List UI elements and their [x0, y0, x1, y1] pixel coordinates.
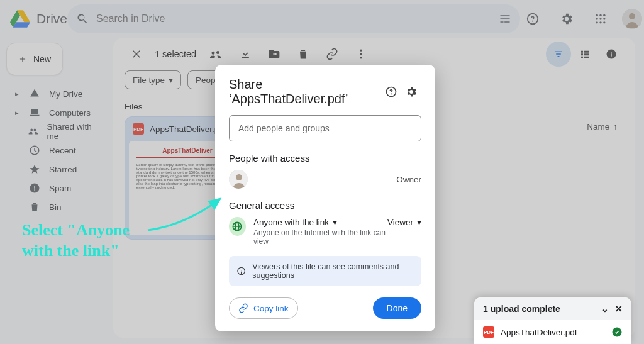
settings-icon[interactable] [554, 6, 579, 31]
more-icon[interactable] [348, 42, 374, 67]
sidebar-item-label: Bin [49, 203, 62, 212]
new-button[interactable]: New [6, 43, 63, 75]
svg-point-10 [629, 13, 635, 19]
copy-link-button[interactable]: Copy link [229, 297, 298, 319]
sidebar-item-my-drive[interactable]: ▸My Drive [6, 84, 107, 103]
header-actions [520, 6, 642, 31]
people-access-heading: People with access [229, 153, 421, 164]
role-dropdown[interactable]: Viewer▾ [387, 217, 421, 227]
search-input[interactable] [96, 13, 499, 25]
chevron-down-icon: ▾ [417, 217, 421, 227]
toast-file-row[interactable]: PDF AppsThatDeliver.pdf [474, 320, 631, 344]
filter-icon[interactable] [546, 42, 571, 67]
sidebar: New ▸My Drive ▸Computers Shared with me … [0, 38, 113, 221]
svg-point-11 [360, 50, 362, 52]
drive-logo-icon [10, 10, 30, 28]
search-icon [76, 13, 89, 25]
svg-point-3 [596, 18, 598, 19]
people-icon [28, 126, 38, 137]
banner-text: Viewers of this file can see comments an… [252, 262, 414, 280]
account-avatar[interactable] [622, 9, 642, 29]
clear-selection-icon[interactable] [125, 42, 150, 67]
placeholder-text: Add people and groups [238, 123, 330, 133]
pdf-icon: PDF [133, 123, 144, 135]
annotation-text: Select "Anyone with the link" [22, 220, 130, 261]
app-header: Drive [0, 0, 644, 38]
owner-row: Owner [229, 170, 421, 189]
copy-link-label: Copy link [253, 304, 289, 313]
sort-by-name[interactable]: Name↑ [587, 122, 618, 131]
move-icon[interactable] [262, 42, 287, 67]
done-label: Done [387, 303, 408, 313]
sidebar-item-label: Computers [49, 108, 91, 118]
drive-folder-icon [29, 88, 40, 99]
toast-collapse-icon[interactable]: ⌄ [601, 304, 609, 314]
share-icon[interactable] [204, 42, 229, 67]
toast-title: 1 upload complete [483, 304, 560, 314]
annotation-line: with the link" [22, 241, 130, 262]
done-button[interactable]: Done [373, 297, 421, 319]
share-dialog: Share ‘AppsThatDeliver.pdf’ Add people a… [215, 65, 435, 331]
link-icon [238, 303, 248, 313]
toast-close-icon[interactable]: ✕ [615, 304, 623, 314]
info-banner: Viewers of this file can see comments an… [229, 256, 421, 286]
svg-point-13 [360, 57, 362, 58]
search-options-icon[interactable] [499, 13, 511, 25]
sidebar-item-computers[interactable]: ▸Computers [6, 103, 107, 122]
svg-point-15 [236, 174, 242, 180]
svg-point-6 [596, 21, 598, 23]
svg-point-5 [603, 18, 605, 19]
app-name: Drive [36, 11, 67, 26]
dialog-help-icon[interactable] [381, 82, 401, 102]
sidebar-item-label: Starred [49, 165, 77, 174]
download-icon[interactable] [233, 42, 258, 67]
help-icon[interactable] [520, 6, 545, 31]
sidebar-item-label: Spam [49, 184, 71, 193]
new-button-label: New [33, 54, 51, 64]
globe-icon [229, 217, 246, 236]
info-icon [236, 265, 246, 277]
arrow-up-icon: ↑ [613, 122, 618, 131]
general-access-heading: General access [229, 200, 421, 211]
chevron-down-icon: ▾ [169, 75, 173, 85]
sidebar-item-shared[interactable]: Shared with me [6, 122, 107, 141]
laptop-icon [29, 107, 40, 118]
owner-role: Owner [396, 175, 421, 184]
sidebar-item-recent[interactable]: Recent [6, 141, 107, 160]
sidebar-item-label: My Drive [49, 89, 82, 99]
sidebar-item-bin[interactable]: Bin [6, 197, 107, 216]
chip-file-type[interactable]: File type▾ [125, 70, 181, 89]
plus-icon [18, 52, 27, 66]
spam-icon [29, 182, 40, 194]
general-access-row: Anyone with the link▾ Anyone on the Inte… [229, 217, 421, 246]
search-bar[interactable] [67, 4, 520, 33]
drive-logo[interactable]: Drive [10, 10, 67, 28]
details-icon[interactable] [599, 42, 624, 67]
pdf-icon: PDF [483, 326, 494, 338]
svg-point-2 [603, 14, 605, 16]
svg-point-4 [599, 18, 601, 19]
link-icon[interactable] [319, 42, 345, 67]
svg-point-12 [360, 53, 362, 55]
trash-icon [29, 201, 40, 213]
access-level-label: Anyone with the link [253, 218, 329, 227]
access-level-description: Anyone on the Internet with the link can… [253, 228, 387, 246]
apps-grid-icon[interactable] [588, 6, 613, 31]
upload-toast: 1 upload complete ⌄ ✕ PDF AppsThatDelive… [474, 297, 631, 344]
delete-icon[interactable] [291, 42, 316, 67]
owner-avatar [229, 170, 248, 189]
dialog-settings-icon[interactable] [401, 82, 421, 102]
sidebar-item-starred[interactable]: Starred [6, 160, 107, 179]
dialog-title: Share ‘AppsThatDeliver.pdf’ [229, 77, 381, 106]
view-list-icon[interactable] [572, 42, 597, 67]
sidebar-item-spam[interactable]: Spam [6, 179, 107, 197]
star-icon [29, 164, 40, 175]
annotation-line: Select "Anyone [22, 220, 130, 241]
svg-point-16 [613, 328, 622, 337]
access-level-dropdown[interactable]: Anyone with the link▾ [253, 217, 387, 227]
clock-icon [29, 145, 40, 156]
svg-point-7 [599, 21, 601, 23]
selection-count: 1 selected [155, 49, 196, 59]
sidebar-item-label: Recent [49, 146, 76, 155]
add-people-input[interactable]: Add people and groups [229, 115, 421, 141]
